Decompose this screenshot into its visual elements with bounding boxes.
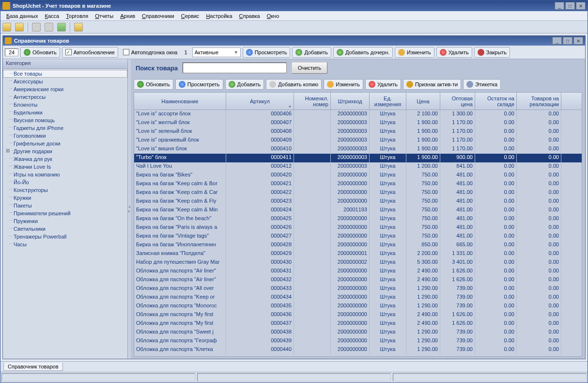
menu-Справка[interactable]: Справка [236, 12, 263, 20]
category-item[interactable]: Антистрессы [3, 93, 127, 101]
table-row[interactable]: "Love is" зеленый блок00004082000000003Ш… [134, 128, 582, 136]
maximize-button[interactable]: □ [565, 2, 575, 10]
table-row[interactable]: Обложка для паспорта "All over0000433200… [134, 285, 582, 293]
minimize-button[interactable]: _ [555, 2, 564, 10]
table-row[interactable]: Бирка на багаж "Инопланетянин00004282000… [134, 241, 582, 250]
close-button[interactable]: ✕ [576, 2, 586, 10]
table-row[interactable]: Обложка для паспорта "Sweet j00004382000… [134, 328, 582, 337]
table-row[interactable]: Бирка на багаж "Keep calm & Min000042420… [134, 206, 582, 215]
table-row[interactable]: Бирка на багаж "Keep calm & Fly000042320… [134, 197, 582, 206]
add-button[interactable]: Добавить [292, 47, 331, 58]
grid-body[interactable]: "Love is" ассорти блок00004062000000003Ш… [134, 110, 582, 356]
table-row[interactable]: Обложка для паспорта "Клетка000044020000… [134, 346, 582, 354]
column-header[interactable]: Цена [406, 93, 440, 110]
table-row[interactable]: Обложка для паспорта "My first0000437200… [134, 319, 582, 328]
menu-Справочники[interactable]: Справочники [139, 12, 177, 20]
category-item[interactable]: Будильники [3, 109, 127, 116]
category-item[interactable]: Пакеты [3, 202, 127, 209]
category-item[interactable]: Часы [3, 240, 127, 248]
menu-Настройка[interactable]: Настройка [203, 12, 235, 20]
grid-sign-button[interactable]: Признак актив-ти [403, 79, 461, 90]
table-row[interactable]: Обложка для паспорта "Keep or00004342000… [134, 293, 582, 302]
table-row[interactable]: Обложка для паспорта "Air liner"00004322… [134, 276, 582, 285]
sub-minimize-button[interactable]: _ [552, 37, 562, 45]
menu-Архив[interactable]: Архив [117, 12, 138, 20]
category-item[interactable]: Жвачка для рук [3, 155, 127, 163]
category-item[interactable]: Тренажеры Powerball [3, 233, 127, 240]
table-row[interactable]: "Love is" оранжевый блок0000409200000000… [134, 136, 582, 145]
menu-База данных[interactable]: База данных [3, 12, 41, 20]
table-row[interactable]: Чай I Love You00004122000000003Штука1 20… [134, 162, 582, 171]
grid-label-button[interactable]: Этикетка [463, 79, 501, 90]
toolbar-icon-5[interactable] [57, 23, 66, 32]
table-row[interactable]: Записная книжка "Полдела"000042920000000… [134, 250, 582, 258]
menu-Касса[interactable]: Касса [42, 12, 62, 20]
column-header[interactable]: Оптовая цена [440, 93, 475, 110]
grid-add-button[interactable]: Добавить [225, 79, 264, 90]
delete-button[interactable]: Удалить [436, 47, 472, 58]
category-item[interactable]: Пружинки [3, 217, 127, 225]
table-row[interactable]: Бирка на багаж "Paris is always a0000426… [134, 223, 582, 232]
table-row[interactable]: Набор для путешествия Gray Mar0000430200… [134, 258, 582, 267]
column-header[interactable]: Штрихкод [331, 93, 370, 110]
column-header[interactable]: Остаток на складе [475, 93, 517, 110]
table-row[interactable]: Бирка на багаж "Keep calm & Car000042220… [134, 189, 582, 197]
table-row[interactable]: Бирка на багаж "On the beach"00004252000… [134, 215, 582, 223]
table-row[interactable]: "Love is" ассорти блок00004062000000003Ш… [134, 110, 582, 119]
autofit-toggle[interactable]: Автоподгонка окна 1 [120, 47, 190, 58]
autoupdate-toggle[interactable]: Автообновление [62, 47, 118, 58]
table-row[interactable]: Бирка на багаж "Bikes"00004202000000000Ш… [134, 171, 582, 180]
category-item[interactable]: Йо-Йо [3, 178, 127, 186]
refresh-button[interactable]: Обновить [20, 47, 60, 58]
table-row[interactable]: Бирка на багаж "Vintage tags"00004272000… [134, 232, 582, 241]
column-header[interactable]: Наименование [134, 93, 226, 110]
grid-delete-button[interactable]: Удалить [365, 79, 401, 90]
titlebar[interactable]: ShopUchet - Учет товаров в магазине _ □ … [0, 0, 588, 11]
category-item[interactable]: Другие подарки [3, 147, 127, 155]
menu-Сервис[interactable]: Сервис [178, 12, 202, 20]
table-row[interactable]: "Love is" желтый блок00004072000000003Шт… [134, 119, 582, 128]
table-row[interactable]: Бирка на багаж "Keep calm & Bor000042120… [134, 180, 582, 189]
table-row[interactable]: "Love is" вишня блок00004102000000003Шту… [134, 145, 582, 154]
menu-Отчеты[interactable]: Отчеты [92, 12, 116, 20]
category-item[interactable]: Вкусная помощь [3, 116, 127, 124]
category-item[interactable]: Жвачки Love Is [3, 163, 127, 171]
category-item[interactable]: Грифельные доски [3, 140, 127, 147]
footer-tab[interactable]: Справочник товаров [3, 363, 63, 371]
column-header[interactable]: Артикул [226, 93, 294, 110]
table-row[interactable]: Обложка для паспорта "My first0000436200… [134, 311, 582, 319]
column-header[interactable]: Номенкл. номер [294, 93, 331, 110]
category-item[interactable]: Все товары [3, 70, 127, 78]
category-item[interactable]: Игры на компанию [3, 171, 127, 178]
column-header[interactable]: Ед. измерения [370, 93, 406, 110]
add-child-button[interactable]: Добавить дочерн. [333, 47, 393, 58]
toolbar-icon-4[interactable] [45, 23, 53, 32]
view-button[interactable]: Просмотреть [243, 47, 291, 58]
category-item[interactable]: Приниматели решений [3, 209, 127, 217]
grid-addcopy-button[interactable]: Добавить копию [266, 79, 322, 90]
grid-edit-button[interactable]: Изменить [324, 79, 363, 90]
sub-close-button[interactable]: ✕ [573, 37, 583, 45]
page-size-input[interactable]: 24 [5, 48, 18, 56]
category-item[interactable]: Гаджеты для iPhone [3, 124, 127, 132]
sub-maximize-button[interactable]: □ [563, 37, 573, 45]
grid-header[interactable]: НаименованиеАртикулНоменкл. номерШтрихко… [134, 93, 582, 110]
toolbar-icon-3[interactable] [32, 23, 41, 32]
catalog-titlebar[interactable]: Справочник товаров _ □ ✕ [3, 36, 585, 46]
toolbar-icon-2[interactable] [15, 23, 24, 32]
table-row[interactable]: Обложка для паспорта "Monoroс00004352000… [134, 302, 582, 311]
category-item[interactable]: Головоломки [3, 132, 127, 140]
toolbar-icon-1[interactable] [2, 23, 11, 32]
category-item[interactable]: Блокноты [3, 101, 127, 109]
search-input[interactable] [183, 63, 287, 73]
close-panel-button[interactable]: Закрыть [474, 47, 510, 58]
category-item[interactable]: Конструкторы [3, 186, 127, 194]
toolbar-icon-6[interactable] [74, 23, 83, 32]
column-header[interactable]: Товаров на реализации [517, 93, 561, 110]
edit-button[interactable]: Изменить [395, 47, 434, 58]
category-item[interactable]: Американские горки [3, 85, 127, 93]
category-list[interactable]: Все товарыАксессуарыАмериканские горкиАн… [3, 69, 127, 359]
table-row[interactable]: "Turbo" блок00004112000000003Штука1 900.… [134, 154, 582, 162]
grid-refresh-button[interactable]: Обновить [134, 79, 173, 90]
grid-view-button[interactable]: Просмотреть [175, 79, 223, 90]
